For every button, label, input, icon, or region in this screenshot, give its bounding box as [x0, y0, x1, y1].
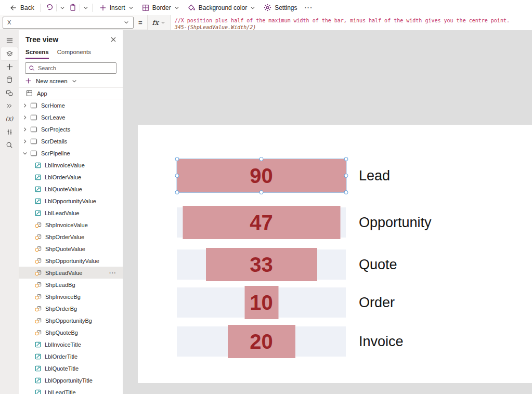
- tree-row-control[interactable]: LblOrderValue: [19, 171, 123, 183]
- tree-row-label: ShpOpportunityValue: [45, 258, 99, 264]
- undo-dropdown-chevron-icon[interactable]: [60, 5, 65, 10]
- paste-dropdown-chevron-icon[interactable]: [83, 5, 88, 10]
- property-selector[interactable]: X: [3, 17, 134, 29]
- label-control-icon: [35, 174, 41, 180]
- data-icon[interactable]: [1, 73, 18, 86]
- tree-row-label: ShpQuoteBg: [45, 330, 78, 336]
- tree-row-control[interactable]: LblInvoiceTitle: [19, 338, 123, 350]
- tree-row-control[interactable]: ShpOpportunityBg: [19, 314, 123, 326]
- selection-handle[interactable]: [175, 157, 179, 161]
- new-screen-chevron-icon: [72, 78, 77, 84]
- screen-icon: [30, 126, 37, 133]
- funnel-stage-label[interactable]: Opportunity: [359, 206, 432, 239]
- border-chevron-icon: [174, 5, 179, 10]
- tree-row-control[interactable]: LblOrderTitle: [19, 350, 123, 362]
- power-automate-icon[interactable]: [1, 99, 18, 112]
- chevron-right-icon[interactable]: [21, 151, 29, 156]
- tree-row-label: LblQuoteTitle: [45, 365, 79, 372]
- label-control-icon: [35, 342, 41, 348]
- chevron-right-icon[interactable]: [21, 103, 29, 108]
- close-icon[interactable]: [110, 36, 116, 43]
- funnel-stage-label[interactable]: Quote: [359, 248, 397, 281]
- label-control-icon: [35, 234, 42, 240]
- border-button[interactable]: Border: [138, 1, 184, 15]
- advanced-tools-icon[interactable]: [1, 125, 18, 138]
- tree-row-control[interactable]: LblLeadValue: [19, 207, 123, 219]
- funnel-stage-label[interactable]: Order: [359, 286, 395, 319]
- tree-row-app[interactable]: App: [19, 87, 123, 99]
- tree-row-control[interactable]: LblQuoteValue: [19, 183, 123, 195]
- funnel-bar[interactable]: 10: [244, 286, 278, 319]
- insert-rail-icon[interactable]: [1, 60, 18, 73]
- funnel-row: 10 Order: [177, 286, 532, 319]
- tree-row-control[interactable]: LblQuoteTitle: [19, 362, 123, 374]
- tree-row-control[interactable]: ShpOrderBg: [19, 303, 123, 314]
- search-rail-icon[interactable]: [1, 138, 18, 151]
- media-icon[interactable]: [1, 86, 18, 99]
- tab-components[interactable]: Components: [57, 49, 91, 59]
- tree-row-control[interactable]: ShpOpportunityValue: [19, 255, 123, 267]
- label-control-icon: [35, 210, 41, 216]
- selection-handle[interactable]: [259, 190, 264, 194]
- clipboard-icon[interactable]: [69, 4, 76, 11]
- back-button[interactable]: Back: [5, 1, 38, 15]
- menu-icon[interactable]: [1, 34, 18, 47]
- selection-handle[interactable]: [344, 190, 348, 194]
- row-more-icon[interactable]: ···: [109, 270, 116, 276]
- tree-row-label: LblOrderValue: [45, 174, 81, 180]
- tree-row-control[interactable]: ShpQuoteBg: [19, 326, 123, 338]
- chevron-right-icon[interactable]: [21, 115, 29, 120]
- funnel-row: 20 Invoice: [177, 325, 532, 358]
- tree-row-control[interactable]: LblOpportunityTitle: [19, 374, 123, 386]
- variables-icon[interactable]: (x): [1, 112, 18, 125]
- artboard[interactable]: 90 Lead 47: [138, 125, 532, 383]
- search-box[interactable]: [25, 62, 116, 74]
- tree-row-control[interactable]: LblLeadTitle: [19, 386, 123, 394]
- tree-row-control[interactable]: ShpQuoteValue: [19, 243, 123, 255]
- formula-input[interactable]: //X position plus half of the maximum wi…: [171, 15, 532, 30]
- new-screen-label: New screen: [36, 78, 68, 84]
- funnel-track-wrap: 33: [177, 248, 346, 281]
- selection-handle[interactable]: [344, 157, 348, 161]
- tree-row-screen[interactable]: ScrDetails: [19, 135, 123, 147]
- funnel-bar[interactable]: 90: [177, 159, 346, 192]
- funnel-bar[interactable]: 20: [228, 325, 295, 358]
- funnel-bar-value: 47: [250, 211, 273, 234]
- tree-row-control[interactable]: ShpLeadBg: [19, 279, 123, 291]
- background-color-label: Background color: [199, 4, 247, 11]
- chevron-right-icon[interactable]: [21, 139, 29, 144]
- insert-button[interactable]: Insert: [95, 1, 138, 15]
- tab-screens[interactable]: Screens: [25, 49, 49, 59]
- undo-icon[interactable]: [45, 4, 53, 11]
- chevron-right-icon[interactable]: [21, 127, 29, 132]
- tree-row-screen[interactable]: ScrHome: [19, 99, 123, 111]
- search-input[interactable]: [38, 65, 113, 71]
- settings-button[interactable]: Settings: [259, 1, 301, 15]
- new-screen-button[interactable]: New screen: [19, 74, 123, 87]
- funnel-stage-label[interactable]: Invoice: [359, 325, 404, 358]
- tree-row-control[interactable]: LblInvoiceValue: [19, 159, 123, 171]
- tree-row-control[interactable]: ShpLeadValue ···: [19, 267, 123, 279]
- tree-row-screen[interactable]: ScrProjects: [19, 123, 123, 135]
- tree-row-screen[interactable]: ScrLeave: [19, 111, 123, 123]
- funnel-bar[interactable]: 47: [183, 206, 340, 239]
- selection-handle[interactable]: [259, 157, 264, 161]
- tree-row-screen[interactable]: ScrPipeline: [19, 147, 123, 159]
- funnel-stage-label[interactable]: Lead: [359, 159, 390, 192]
- tree-row-control[interactable]: LblOpportunityValue: [19, 195, 123, 207]
- tree-row-control[interactable]: ShpOrderValue: [19, 231, 123, 243]
- powerapps-studio: Back Insert: [0, 0, 532, 394]
- more-commands-button[interactable]: ···: [301, 4, 316, 11]
- tree-view-icon[interactable]: [1, 47, 18, 60]
- plus-icon: [99, 4, 107, 11]
- selection-handle[interactable]: [175, 190, 179, 194]
- insert-chevron-icon: [128, 5, 134, 10]
- selection-handle[interactable]: [344, 174, 348, 178]
- funnel-bar[interactable]: 33: [206, 248, 317, 281]
- tree-row-control[interactable]: ShpInvoiceValue: [19, 219, 123, 231]
- background-color-button[interactable]: Background color: [184, 1, 259, 15]
- fx-button[interactable]: fx: [147, 15, 171, 30]
- selection-handle[interactable]: [175, 174, 179, 178]
- funnel-bar-value: 10: [250, 291, 273, 314]
- tree-row-control[interactable]: ShpInvoiceBg: [19, 291, 123, 303]
